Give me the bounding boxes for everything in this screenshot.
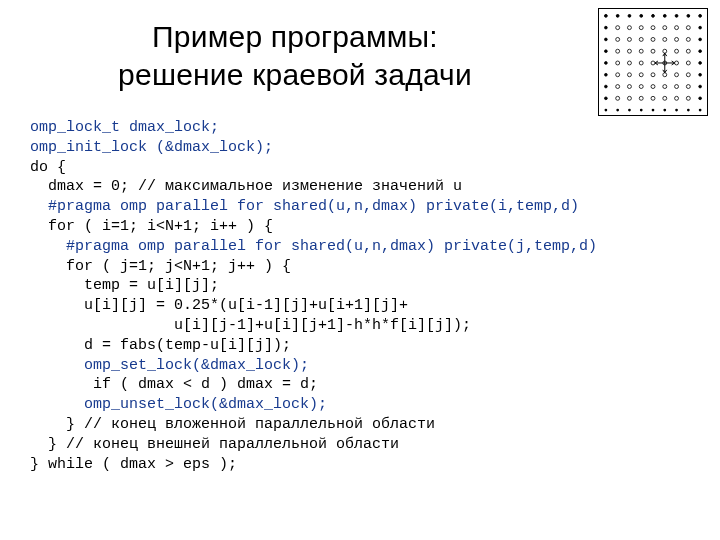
title-line-2: решение краевой задачи xyxy=(0,56,590,94)
svg-point-30 xyxy=(639,49,643,53)
svg-point-26 xyxy=(699,38,702,41)
code-line: omp_init_lock (&dmax_lock); xyxy=(30,139,273,156)
svg-point-25 xyxy=(686,37,690,41)
svg-point-54 xyxy=(605,85,608,88)
code-line: do { xyxy=(30,159,66,176)
code-line: #pragma omp parallel for shared(u,n,dmax… xyxy=(30,238,597,255)
svg-point-47 xyxy=(627,73,631,77)
svg-point-44 xyxy=(699,62,702,65)
code-line: omp_set_lock(&dmax_lock); xyxy=(30,357,309,374)
svg-point-11 xyxy=(627,26,631,30)
svg-point-77 xyxy=(663,109,666,112)
svg-point-61 xyxy=(686,85,690,89)
svg-point-38 xyxy=(627,61,631,65)
svg-point-21 xyxy=(639,37,643,41)
svg-point-10 xyxy=(616,26,620,30)
title-line-1: Пример программы: xyxy=(0,18,590,56)
svg-point-45 xyxy=(605,73,608,76)
svg-point-57 xyxy=(639,85,643,89)
svg-point-65 xyxy=(627,96,631,100)
svg-point-29 xyxy=(627,49,631,53)
svg-point-75 xyxy=(640,109,643,112)
svg-point-53 xyxy=(699,73,702,76)
svg-point-15 xyxy=(675,26,679,30)
svg-point-79 xyxy=(687,109,690,112)
code-line: d = fabs(temp-u[i][j]); xyxy=(30,337,291,354)
svg-point-78 xyxy=(675,109,678,112)
svg-point-20 xyxy=(627,37,631,41)
svg-point-32 xyxy=(663,49,667,53)
svg-point-36 xyxy=(605,62,608,65)
svg-point-70 xyxy=(686,96,690,100)
svg-point-28 xyxy=(616,49,620,53)
svg-point-67 xyxy=(651,96,655,100)
svg-point-23 xyxy=(663,37,667,41)
svg-point-18 xyxy=(605,38,608,41)
svg-point-46 xyxy=(616,73,620,77)
code-line: for ( i=1; i<N+1; i++ ) { xyxy=(30,218,273,235)
svg-point-2 xyxy=(628,14,631,17)
code-line: } // конец вложенной параллельной област… xyxy=(30,416,435,433)
svg-point-42 xyxy=(675,61,679,65)
svg-point-35 xyxy=(699,50,702,53)
svg-point-13 xyxy=(651,26,655,30)
svg-point-56 xyxy=(627,85,631,89)
svg-point-49 xyxy=(651,73,655,77)
svg-point-43 xyxy=(686,61,690,65)
svg-point-16 xyxy=(686,26,690,30)
svg-point-73 xyxy=(616,109,619,112)
svg-point-58 xyxy=(651,85,655,89)
svg-point-50 xyxy=(663,73,667,77)
svg-point-5 xyxy=(663,14,666,17)
code-line: dmax = 0; // максимальное изменение знач… xyxy=(30,178,462,195)
svg-point-48 xyxy=(639,73,643,77)
svg-point-76 xyxy=(652,109,655,112)
svg-point-34 xyxy=(686,49,690,53)
svg-point-17 xyxy=(699,26,702,29)
svg-point-24 xyxy=(675,37,679,41)
svg-point-1 xyxy=(616,14,619,17)
svg-point-68 xyxy=(663,96,667,100)
code-line: u[i][j-1]+u[i][j+1]-h*h*f[i][j]); xyxy=(30,317,471,334)
svg-point-3 xyxy=(640,14,643,17)
svg-point-39 xyxy=(639,61,643,65)
code-line: omp_lock_t dmax_lock; xyxy=(30,119,219,136)
svg-point-4 xyxy=(652,14,655,17)
svg-point-14 xyxy=(663,26,667,30)
svg-point-74 xyxy=(628,109,631,112)
svg-point-63 xyxy=(605,97,608,100)
svg-point-80 xyxy=(699,109,702,112)
stencil-diagram xyxy=(598,8,708,116)
svg-point-33 xyxy=(675,49,679,53)
code-line: if ( dmax < d ) dmax = d; xyxy=(30,376,318,393)
svg-point-69 xyxy=(675,96,679,100)
slide-title: Пример программы: решение краевой задачи xyxy=(0,18,590,93)
svg-point-64 xyxy=(616,96,620,100)
svg-point-55 xyxy=(616,85,620,89)
code-line: for ( j=1; j<N+1; j++ ) { xyxy=(30,258,291,275)
svg-point-9 xyxy=(605,26,608,29)
code-line: omp_unset_lock(&dmax_lock); xyxy=(30,396,327,413)
svg-point-71 xyxy=(699,97,702,100)
code-line: #pragma omp parallel for shared(u,n,dmax… xyxy=(30,198,579,215)
svg-point-12 xyxy=(639,26,643,30)
svg-point-51 xyxy=(675,73,679,77)
stencil-svg xyxy=(599,9,707,115)
svg-point-40 xyxy=(651,61,655,65)
code-line: } while ( dmax > eps ); xyxy=(30,456,237,473)
code-line: u[i][j] = 0.25*(u[i-1][j]+u[i+1][j]+ xyxy=(30,297,408,314)
svg-point-52 xyxy=(686,73,690,77)
code-line: } // конец внешней параллельной области xyxy=(30,436,399,453)
code-line: temp = u[i][j]; xyxy=(30,277,219,294)
svg-point-8 xyxy=(699,14,702,17)
svg-point-22 xyxy=(651,37,655,41)
svg-point-27 xyxy=(605,50,608,53)
svg-point-0 xyxy=(605,14,608,17)
code-block: omp_lock_t dmax_lock; omp_init_lock (&dm… xyxy=(30,118,690,474)
svg-point-6 xyxy=(675,14,678,17)
svg-point-60 xyxy=(675,85,679,89)
svg-point-37 xyxy=(616,61,620,65)
slide: Пример программы: решение краевой задачи xyxy=(0,0,720,540)
svg-point-7 xyxy=(687,14,690,17)
svg-point-19 xyxy=(616,37,620,41)
